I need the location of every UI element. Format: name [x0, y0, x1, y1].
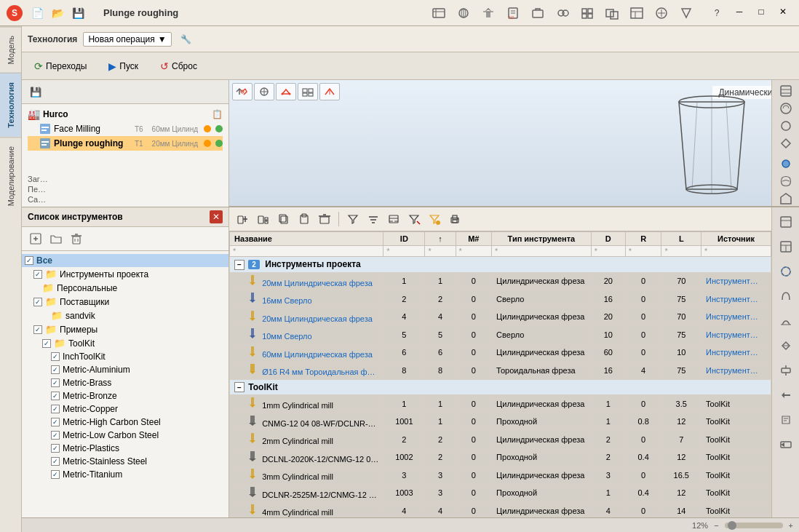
ops-save-btn[interactable]: 💾 — [26, 83, 45, 100]
paste-btn[interactable] — [295, 210, 314, 228]
frp-btn-10[interactable] — [774, 433, 798, 456]
open-tool-btn[interactable] — [47, 230, 65, 247]
frp-btn-5[interactable] — [774, 309, 798, 333]
tool-11[interactable] — [675, 3, 697, 23]
3d-viewport[interactable]: Динамический ▼ — [229, 80, 799, 207]
table-row[interactable]: + 1mm Cylindrical mill 1 1 0 Цилиндричес… — [230, 395, 771, 413]
zoom-plus-btn[interactable]: + — [789, 521, 793, 530]
tool-2[interactable] — [453, 3, 474, 23]
tree-mhcs-checkbox[interactable] — [51, 418, 60, 426]
new-tool-btn[interactable] — [26, 230, 45, 247]
source-link[interactable]: Инструмент… — [706, 330, 758, 339]
table-row[interactable]: + 20мм Цилиндрическая фреза 1 1 0 Цилинд… — [230, 272, 771, 290]
frp-btn-7[interactable] — [774, 359, 798, 382]
tree-metric-brass[interactable]: Metric-Brass — [22, 376, 228, 389]
tree-mlcs-checkbox[interactable] — [51, 431, 60, 440]
tool-name[interactable]: Ø16 R4 мм Тороидальная ф… — [262, 368, 375, 376]
rp-btn-4[interactable] — [774, 135, 798, 151]
col-source[interactable]: Источник — [701, 232, 771, 246]
rp-btn-1[interactable] — [774, 83, 798, 99]
tree-metric-ss[interactable]: Metric-Stainless Steel — [22, 455, 228, 468]
source-link[interactable]: Инструмент… — [706, 295, 758, 303]
tree-personal[interactable]: 📁 Персональные — [22, 281, 228, 295]
col-r[interactable]: R — [625, 232, 661, 246]
table-row[interactable]: + 2mm Cylindrical mill 2 2 0 Цилиндричес… — [230, 431, 771, 449]
filter-sort[interactable] — [428, 247, 452, 255]
vtab-modeling[interactable]: Моделирование — [0, 137, 21, 215]
table-row[interactable]: + 16мм Сверло 2 2 0 Сверло 16 0 75 Инстр… — [230, 290, 771, 309]
tree-sandvik[interactable]: 📁 sandvik — [22, 309, 228, 322]
rp-btn-6[interactable] — [774, 173, 798, 189]
frp-btn-8[interactable] — [774, 384, 798, 407]
table-row[interactable]: + DCLNR-2525M-12/CNMG-12 … 1003 3 0 Прох… — [230, 484, 771, 502]
copy-btn[interactable] — [274, 210, 293, 228]
maximize-button[interactable]: □ — [751, 3, 771, 20]
source-link[interactable]: Инструмент… — [706, 312, 758, 321]
tool-4[interactable]: N1 — [502, 3, 524, 23]
tree-toolkit[interactable]: 📁 ToolKit — [22, 336, 228, 350]
tree-suppliers[interactable]: 📁 Поставщики — [22, 295, 228, 309]
add-col-btn[interactable] — [254, 210, 273, 228]
tree-metric-copper[interactable]: Metric-Copper — [22, 402, 228, 416]
op-face-milling[interactable]: Face Milling Т6 60мм Цилинд — [28, 122, 223, 136]
zoom-slider[interactable] — [725, 523, 783, 528]
tree-mss-checkbox[interactable] — [51, 457, 60, 466]
view-btn-5[interactable] — [319, 83, 340, 100]
col-name[interactable]: Название — [230, 232, 383, 246]
tree-all[interactable]: Все — [22, 254, 228, 267]
tool-name[interactable]: 20мм Цилиндрическая фреза — [262, 279, 373, 287]
close-button[interactable]: ✕ — [773, 3, 793, 20]
frp-btn-4[interactable] — [774, 285, 798, 308]
filter-btn-3[interactable] — [384, 210, 403, 228]
table-row[interactable]: + 10мм Сверло 5 5 0 Сверло 10 0 75 Инстр… — [230, 326, 771, 344]
tool-6[interactable] — [552, 3, 573, 23]
delete-row-btn[interactable] — [315, 210, 334, 228]
filter-btn-5[interactable] — [425, 210, 444, 228]
col-type[interactable]: Тип инструмента — [492, 232, 592, 246]
col-d[interactable]: D — [591, 232, 625, 246]
vtab-model[interactable]: Модель — [0, 26, 21, 73]
col-l[interactable]: L — [661, 232, 701, 246]
run-button[interactable]: ▶ Пуск — [102, 57, 145, 75]
tree-mcu-checkbox[interactable] — [51, 405, 60, 413]
filter-m[interactable] — [459, 247, 489, 255]
zoom-slider-thumb[interactable] — [728, 521, 736, 530]
delete-tool-btn[interactable] — [67, 230, 86, 247]
tree-instruments-project[interactable]: 📁 Инструменты проекта — [22, 267, 228, 281]
tree-metric-hcs[interactable]: Metric-High Carbon Steel — [22, 416, 228, 429]
tool-name[interactable]: 16мм Сверло — [262, 296, 312, 305]
tree-mal-checkbox[interactable] — [51, 365, 60, 374]
minimize-button[interactable]: ─ — [729, 3, 750, 20]
tree-metric-titanium[interactable]: Metric-Titanium — [22, 468, 228, 481]
transitions-button[interactable]: ⟳ Переходы — [28, 57, 93, 75]
view-btn-4[interactable] — [298, 83, 318, 100]
table-row[interactable]: + Ø16 R4 мм Тороидальная ф… 8 8 0 Тороид… — [230, 362, 771, 380]
frp-btn-3[interactable] — [774, 260, 798, 283]
help-button[interactable]: ? — [706, 3, 728, 23]
filter-d[interactable] — [595, 247, 622, 255]
filter-id[interactable] — [386, 247, 421, 255]
tool-8[interactable] — [601, 3, 623, 23]
op-plunge-roughing[interactable]: Plunge roughing Т1 20мм Цилинд — [28, 136, 223, 151]
col-m[interactable]: М# — [456, 232, 492, 246]
col-id[interactable]: ID — [383, 232, 425, 246]
rp-btn-3[interactable] — [774, 118, 798, 134]
reset-button[interactable]: ↺ Сброс — [154, 57, 204, 75]
group-expand-btn[interactable]: − — [234, 260, 245, 270]
tree-mti-checkbox[interactable] — [51, 470, 60, 479]
source-link[interactable]: Инструмент… — [706, 366, 758, 375]
view-btn-3[interactable] — [276, 83, 296, 100]
vtab-technology[interactable]: Технология — [0, 73, 21, 137]
tree-ip-checkbox[interactable] — [33, 270, 42, 279]
tree-inchtoolkit[interactable]: InchToolKit — [22, 350, 228, 363]
open-file-icon[interactable]: 📂 — [49, 5, 65, 21]
tool-3[interactable] — [477, 3, 499, 23]
source-link[interactable]: Инструмент… — [706, 277, 758, 285]
filter-type[interactable] — [495, 247, 588, 255]
zoom-minus-btn[interactable]: − — [714, 521, 718, 530]
tree-metric-al[interactable]: Metric-Aluminium — [22, 363, 228, 376]
filter-r[interactable] — [629, 247, 659, 255]
rp-btn-5[interactable] — [774, 156, 798, 172]
col-sort[interactable]: ↑ — [425, 232, 456, 246]
tree-examples[interactable]: 📁 Примеры — [22, 322, 228, 336]
